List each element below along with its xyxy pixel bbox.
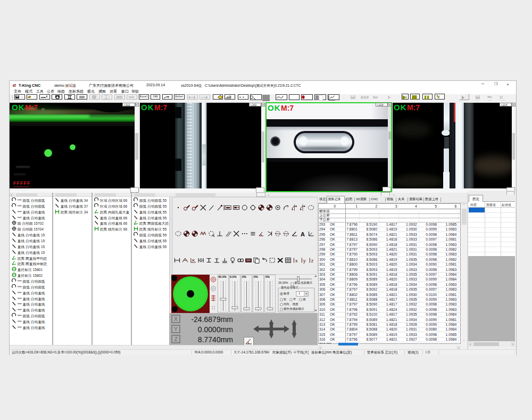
svg-text:z: z	[311, 258, 314, 263]
svg-text:x: x	[295, 258, 298, 263]
svg-text:A: A	[301, 231, 305, 237]
svg-text:y: y	[303, 258, 306, 263]
